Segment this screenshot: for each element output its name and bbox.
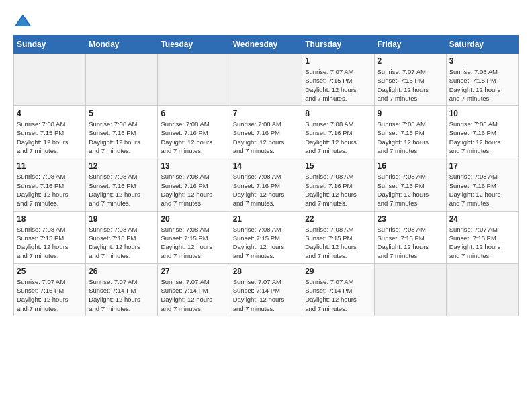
day-number: 3 bbox=[449, 56, 515, 66]
day-number: 13 bbox=[161, 161, 226, 171]
day-info: Sunrise: 7:08 AM Sunset: 7:16 PM Dayligh… bbox=[378, 172, 443, 208]
calendar-cell: 22Sunrise: 7:08 AM Sunset: 7:15 PM Dayli… bbox=[302, 211, 374, 263]
day-info: Sunrise: 7:08 AM Sunset: 7:16 PM Dayligh… bbox=[89, 172, 154, 208]
calendar-cell: 27Sunrise: 7:07 AM Sunset: 7:14 PM Dayli… bbox=[158, 263, 230, 316]
day-info: Sunrise: 7:07 AM Sunset: 7:14 PM Dayligh… bbox=[161, 277, 226, 313]
day-info: Sunrise: 7:08 AM Sunset: 7:16 PM Dayligh… bbox=[161, 120, 226, 155]
calendar-cell bbox=[86, 54, 158, 106]
day-info: Sunrise: 7:08 AM Sunset: 7:16 PM Dayligh… bbox=[449, 120, 515, 155]
calendar-cell bbox=[230, 54, 302, 106]
col-header-wednesday: Wednesday bbox=[230, 36, 302, 54]
logo bbox=[13, 13, 35, 28]
day-info: Sunrise: 7:08 AM Sunset: 7:16 PM Dayligh… bbox=[378, 120, 443, 155]
day-number: 19 bbox=[89, 214, 154, 224]
day-info: Sunrise: 7:08 AM Sunset: 7:16 PM Dayligh… bbox=[305, 120, 371, 155]
day-number: 17 bbox=[449, 161, 515, 171]
calendar-cell bbox=[374, 263, 446, 316]
day-info: Sunrise: 7:08 AM Sunset: 7:16 PM Dayligh… bbox=[305, 172, 371, 208]
calendar-table: SundayMondayTuesdayWednesdayThursdayFrid… bbox=[13, 35, 519, 316]
day-number: 24 bbox=[449, 214, 515, 224]
calendar-week-4: 18Sunrise: 7:08 AM Sunset: 7:15 PM Dayli… bbox=[14, 211, 519, 263]
calendar-week-3: 11Sunrise: 7:08 AM Sunset: 7:16 PM Dayli… bbox=[14, 158, 519, 211]
calendar-cell: 16Sunrise: 7:08 AM Sunset: 7:16 PM Dayli… bbox=[374, 158, 446, 211]
day-number: 9 bbox=[378, 109, 443, 118]
day-number: 6 bbox=[161, 109, 226, 118]
day-number: 27 bbox=[161, 267, 226, 276]
col-header-tuesday: Tuesday bbox=[158, 36, 230, 54]
calendar-cell: 29Sunrise: 7:07 AM Sunset: 7:14 PM Dayli… bbox=[302, 263, 374, 316]
calendar-week-2: 4Sunrise: 7:08 AM Sunset: 7:15 PM Daylig… bbox=[14, 106, 519, 158]
calendar-cell: 6Sunrise: 7:08 AM Sunset: 7:16 PM Daylig… bbox=[158, 106, 230, 158]
calendar-cell: 9Sunrise: 7:08 AM Sunset: 7:16 PM Daylig… bbox=[374, 106, 446, 158]
day-info: Sunrise: 7:07 AM Sunset: 7:14 PM Dayligh… bbox=[305, 277, 371, 313]
day-number: 28 bbox=[233, 267, 300, 276]
day-number: 8 bbox=[305, 109, 371, 118]
calendar-cell: 26Sunrise: 7:07 AM Sunset: 7:14 PM Dayli… bbox=[86, 263, 158, 316]
calendar-cell: 20Sunrise: 7:08 AM Sunset: 7:15 PM Dayli… bbox=[158, 211, 230, 263]
day-number: 18 bbox=[17, 214, 83, 224]
day-info: Sunrise: 7:08 AM Sunset: 7:15 PM Dayligh… bbox=[161, 225, 226, 261]
calendar-cell: 23Sunrise: 7:08 AM Sunset: 7:15 PM Dayli… bbox=[374, 211, 446, 263]
day-info: Sunrise: 7:08 AM Sunset: 7:16 PM Dayligh… bbox=[233, 172, 300, 208]
col-header-thursday: Thursday bbox=[302, 36, 374, 54]
page-header bbox=[13, 13, 519, 28]
day-info: Sunrise: 7:08 AM Sunset: 7:15 PM Dayligh… bbox=[233, 225, 300, 261]
day-info: Sunrise: 7:08 AM Sunset: 7:16 PM Dayligh… bbox=[17, 172, 83, 208]
calendar-cell: 28Sunrise: 7:07 AM Sunset: 7:14 PM Dayli… bbox=[230, 263, 302, 316]
col-header-friday: Friday bbox=[374, 36, 446, 54]
calendar-week-1: 1Sunrise: 7:07 AM Sunset: 7:15 PM Daylig… bbox=[14, 54, 519, 106]
calendar-cell bbox=[446, 263, 518, 316]
calendar-body: 1Sunrise: 7:07 AM Sunset: 7:15 PM Daylig… bbox=[14, 54, 519, 316]
day-number: 26 bbox=[89, 267, 154, 276]
calendar-cell: 24Sunrise: 7:07 AM Sunset: 7:15 PM Dayli… bbox=[446, 211, 518, 263]
day-number: 22 bbox=[305, 214, 371, 224]
day-info: Sunrise: 7:08 AM Sunset: 7:16 PM Dayligh… bbox=[89, 120, 154, 155]
calendar-cell: 18Sunrise: 7:08 AM Sunset: 7:15 PM Dayli… bbox=[14, 211, 86, 263]
day-info: Sunrise: 7:07 AM Sunset: 7:14 PM Dayligh… bbox=[233, 277, 300, 313]
calendar-cell: 13Sunrise: 7:08 AM Sunset: 7:16 PM Dayli… bbox=[158, 158, 230, 211]
calendar-cell: 2Sunrise: 7:07 AM Sunset: 7:15 PM Daylig… bbox=[374, 54, 446, 106]
day-number: 20 bbox=[161, 214, 226, 224]
calendar-cell: 17Sunrise: 7:08 AM Sunset: 7:16 PM Dayli… bbox=[446, 158, 518, 211]
day-info: Sunrise: 7:08 AM Sunset: 7:15 PM Dayligh… bbox=[17, 225, 83, 261]
day-info: Sunrise: 7:07 AM Sunset: 7:15 PM Dayligh… bbox=[305, 67, 371, 103]
day-number: 1 bbox=[305, 56, 371, 66]
calendar-cell bbox=[158, 54, 230, 106]
col-header-sunday: Sunday bbox=[14, 36, 86, 54]
day-number: 4 bbox=[17, 109, 83, 118]
day-info: Sunrise: 7:08 AM Sunset: 7:16 PM Dayligh… bbox=[449, 172, 515, 208]
calendar-cell bbox=[14, 54, 86, 106]
day-number: 5 bbox=[89, 109, 154, 118]
day-number: 14 bbox=[233, 161, 300, 171]
day-info: Sunrise: 7:08 AM Sunset: 7:15 PM Dayligh… bbox=[17, 120, 83, 155]
calendar-cell: 19Sunrise: 7:08 AM Sunset: 7:15 PM Dayli… bbox=[86, 211, 158, 263]
day-number: 11 bbox=[17, 161, 83, 171]
day-number: 10 bbox=[449, 109, 515, 118]
day-number: 7 bbox=[233, 109, 300, 118]
calendar-cell: 12Sunrise: 7:08 AM Sunset: 7:16 PM Dayli… bbox=[86, 158, 158, 211]
calendar-cell: 11Sunrise: 7:08 AM Sunset: 7:16 PM Dayli… bbox=[14, 158, 86, 211]
calendar-cell: 10Sunrise: 7:08 AM Sunset: 7:16 PM Dayli… bbox=[446, 106, 518, 158]
day-number: 21 bbox=[233, 214, 300, 224]
day-number: 12 bbox=[89, 161, 154, 171]
calendar-header-row: SundayMondayTuesdayWednesdayThursdayFrid… bbox=[14, 36, 519, 54]
calendar-cell: 8Sunrise: 7:08 AM Sunset: 7:16 PM Daylig… bbox=[302, 106, 374, 158]
calendar-cell: 1Sunrise: 7:07 AM Sunset: 7:15 PM Daylig… bbox=[302, 54, 374, 106]
day-number: 29 bbox=[305, 267, 371, 276]
calendar-cell: 15Sunrise: 7:08 AM Sunset: 7:16 PM Dayli… bbox=[302, 158, 374, 211]
day-info: Sunrise: 7:08 AM Sunset: 7:15 PM Dayligh… bbox=[378, 225, 443, 261]
day-number: 23 bbox=[378, 214, 443, 224]
day-number: 25 bbox=[17, 267, 83, 276]
calendar-cell: 5Sunrise: 7:08 AM Sunset: 7:16 PM Daylig… bbox=[86, 106, 158, 158]
day-info: Sunrise: 7:08 AM Sunset: 7:15 PM Dayligh… bbox=[89, 225, 154, 261]
calendar-cell: 25Sunrise: 7:07 AM Sunset: 7:15 PM Dayli… bbox=[14, 263, 86, 316]
calendar-cell: 7Sunrise: 7:08 AM Sunset: 7:16 PM Daylig… bbox=[230, 106, 302, 158]
logo-icon bbox=[13, 13, 32, 28]
calendar-cell: 14Sunrise: 7:08 AM Sunset: 7:16 PM Dayli… bbox=[230, 158, 302, 211]
col-header-monday: Monday bbox=[86, 36, 158, 54]
day-info: Sunrise: 7:07 AM Sunset: 7:14 PM Dayligh… bbox=[89, 277, 154, 313]
calendar-week-5: 25Sunrise: 7:07 AM Sunset: 7:15 PM Dayli… bbox=[14, 263, 519, 316]
day-number: 16 bbox=[378, 161, 443, 171]
day-number: 15 bbox=[305, 161, 371, 171]
day-info: Sunrise: 7:08 AM Sunset: 7:16 PM Dayligh… bbox=[161, 172, 226, 208]
